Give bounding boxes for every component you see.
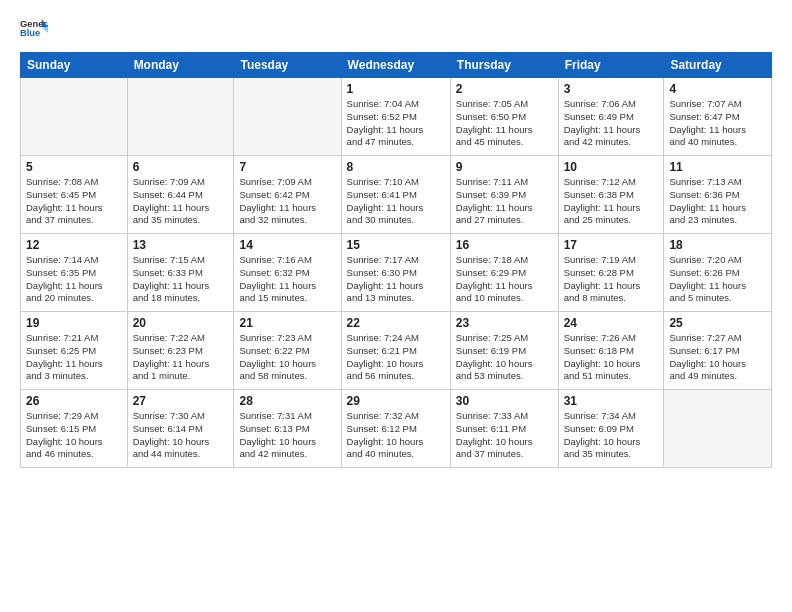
- day-info: Sunrise: 7:33 AM Sunset: 6:11 PM Dayligh…: [456, 410, 553, 461]
- calendar-day-3: 3Sunrise: 7:06 AM Sunset: 6:49 PM Daylig…: [558, 78, 664, 156]
- calendar-day-empty: [234, 78, 341, 156]
- day-number: 31: [564, 394, 659, 408]
- day-number: 28: [239, 394, 335, 408]
- day-info: Sunrise: 7:06 AM Sunset: 6:49 PM Dayligh…: [564, 98, 659, 149]
- day-number: 26: [26, 394, 122, 408]
- weekday-header-sunday: Sunday: [21, 53, 128, 78]
- calendar-day-16: 16Sunrise: 7:18 AM Sunset: 6:29 PM Dayli…: [450, 234, 558, 312]
- day-number: 16: [456, 238, 553, 252]
- day-number: 1: [347, 82, 445, 96]
- day-number: 23: [456, 316, 553, 330]
- calendar-day-25: 25Sunrise: 7:27 AM Sunset: 6:17 PM Dayli…: [664, 312, 772, 390]
- day-number: 27: [133, 394, 229, 408]
- calendar-week-row: 26Sunrise: 7:29 AM Sunset: 6:15 PM Dayli…: [21, 390, 772, 468]
- day-info: Sunrise: 7:09 AM Sunset: 6:44 PM Dayligh…: [133, 176, 229, 227]
- page-container: General Blue SundayMondayTuesdayWednesda…: [0, 0, 792, 478]
- day-number: 4: [669, 82, 766, 96]
- calendar-week-row: 5Sunrise: 7:08 AM Sunset: 6:45 PM Daylig…: [21, 156, 772, 234]
- day-info: Sunrise: 7:34 AM Sunset: 6:09 PM Dayligh…: [564, 410, 659, 461]
- calendar-day-14: 14Sunrise: 7:16 AM Sunset: 6:32 PM Dayli…: [234, 234, 341, 312]
- weekday-header-tuesday: Tuesday: [234, 53, 341, 78]
- day-info: Sunrise: 7:18 AM Sunset: 6:29 PM Dayligh…: [456, 254, 553, 305]
- day-number: 30: [456, 394, 553, 408]
- day-number: 15: [347, 238, 445, 252]
- calendar-week-row: 12Sunrise: 7:14 AM Sunset: 6:35 PM Dayli…: [21, 234, 772, 312]
- weekday-header-wednesday: Wednesday: [341, 53, 450, 78]
- day-info: Sunrise: 7:31 AM Sunset: 6:13 PM Dayligh…: [239, 410, 335, 461]
- day-number: 17: [564, 238, 659, 252]
- day-number: 9: [456, 160, 553, 174]
- day-info: Sunrise: 7:05 AM Sunset: 6:50 PM Dayligh…: [456, 98, 553, 149]
- calendar-day-8: 8Sunrise: 7:10 AM Sunset: 6:41 PM Daylig…: [341, 156, 450, 234]
- day-number: 24: [564, 316, 659, 330]
- day-info: Sunrise: 7:20 AM Sunset: 6:26 PM Dayligh…: [669, 254, 766, 305]
- day-info: Sunrise: 7:32 AM Sunset: 6:12 PM Dayligh…: [347, 410, 445, 461]
- day-number: 18: [669, 238, 766, 252]
- weekday-header-friday: Friday: [558, 53, 664, 78]
- day-info: Sunrise: 7:22 AM Sunset: 6:23 PM Dayligh…: [133, 332, 229, 383]
- day-number: 14: [239, 238, 335, 252]
- calendar-day-21: 21Sunrise: 7:23 AM Sunset: 6:22 PM Dayli…: [234, 312, 341, 390]
- day-info: Sunrise: 7:17 AM Sunset: 6:30 PM Dayligh…: [347, 254, 445, 305]
- day-info: Sunrise: 7:13 AM Sunset: 6:36 PM Dayligh…: [669, 176, 766, 227]
- svg-marker-3: [42, 27, 48, 33]
- day-info: Sunrise: 7:08 AM Sunset: 6:45 PM Dayligh…: [26, 176, 122, 227]
- calendar-day-29: 29Sunrise: 7:32 AM Sunset: 6:12 PM Dayli…: [341, 390, 450, 468]
- calendar-day-10: 10Sunrise: 7:12 AM Sunset: 6:38 PM Dayli…: [558, 156, 664, 234]
- calendar-day-empty: [21, 78, 128, 156]
- calendar-day-17: 17Sunrise: 7:19 AM Sunset: 6:28 PM Dayli…: [558, 234, 664, 312]
- day-number: 3: [564, 82, 659, 96]
- day-info: Sunrise: 7:30 AM Sunset: 6:14 PM Dayligh…: [133, 410, 229, 461]
- day-info: Sunrise: 7:16 AM Sunset: 6:32 PM Dayligh…: [239, 254, 335, 305]
- logo-icon: General Blue: [20, 16, 48, 44]
- calendar-day-19: 19Sunrise: 7:21 AM Sunset: 6:25 PM Dayli…: [21, 312, 128, 390]
- logo: General Blue: [20, 16, 48, 44]
- calendar-day-empty: [127, 78, 234, 156]
- calendar-day-5: 5Sunrise: 7:08 AM Sunset: 6:45 PM Daylig…: [21, 156, 128, 234]
- calendar-day-27: 27Sunrise: 7:30 AM Sunset: 6:14 PM Dayli…: [127, 390, 234, 468]
- day-number: 2: [456, 82, 553, 96]
- day-number: 10: [564, 160, 659, 174]
- day-number: 6: [133, 160, 229, 174]
- calendar-day-empty: [664, 390, 772, 468]
- calendar-day-28: 28Sunrise: 7:31 AM Sunset: 6:13 PM Dayli…: [234, 390, 341, 468]
- day-number: 8: [347, 160, 445, 174]
- day-info: Sunrise: 7:09 AM Sunset: 6:42 PM Dayligh…: [239, 176, 335, 227]
- calendar-day-15: 15Sunrise: 7:17 AM Sunset: 6:30 PM Dayli…: [341, 234, 450, 312]
- calendar-day-12: 12Sunrise: 7:14 AM Sunset: 6:35 PM Dayli…: [21, 234, 128, 312]
- calendar-day-11: 11Sunrise: 7:13 AM Sunset: 6:36 PM Dayli…: [664, 156, 772, 234]
- calendar-day-2: 2Sunrise: 7:05 AM Sunset: 6:50 PM Daylig…: [450, 78, 558, 156]
- day-info: Sunrise: 7:23 AM Sunset: 6:22 PM Dayligh…: [239, 332, 335, 383]
- calendar-day-31: 31Sunrise: 7:34 AM Sunset: 6:09 PM Dayli…: [558, 390, 664, 468]
- day-number: 12: [26, 238, 122, 252]
- day-info: Sunrise: 7:21 AM Sunset: 6:25 PM Dayligh…: [26, 332, 122, 383]
- calendar-week-row: 1Sunrise: 7:04 AM Sunset: 6:52 PM Daylig…: [21, 78, 772, 156]
- day-number: 29: [347, 394, 445, 408]
- calendar-day-13: 13Sunrise: 7:15 AM Sunset: 6:33 PM Dayli…: [127, 234, 234, 312]
- day-number: 7: [239, 160, 335, 174]
- day-number: 21: [239, 316, 335, 330]
- day-info: Sunrise: 7:26 AM Sunset: 6:18 PM Dayligh…: [564, 332, 659, 383]
- weekday-header-thursday: Thursday: [450, 53, 558, 78]
- calendar-day-1: 1Sunrise: 7:04 AM Sunset: 6:52 PM Daylig…: [341, 78, 450, 156]
- day-info: Sunrise: 7:07 AM Sunset: 6:47 PM Dayligh…: [669, 98, 766, 149]
- day-number: 22: [347, 316, 445, 330]
- day-number: 11: [669, 160, 766, 174]
- svg-text:Blue: Blue: [20, 28, 40, 38]
- day-number: 5: [26, 160, 122, 174]
- day-info: Sunrise: 7:29 AM Sunset: 6:15 PM Dayligh…: [26, 410, 122, 461]
- calendar-day-18: 18Sunrise: 7:20 AM Sunset: 6:26 PM Dayli…: [664, 234, 772, 312]
- day-info: Sunrise: 7:25 AM Sunset: 6:19 PM Dayligh…: [456, 332, 553, 383]
- day-info: Sunrise: 7:12 AM Sunset: 6:38 PM Dayligh…: [564, 176, 659, 227]
- day-info: Sunrise: 7:24 AM Sunset: 6:21 PM Dayligh…: [347, 332, 445, 383]
- calendar-day-20: 20Sunrise: 7:22 AM Sunset: 6:23 PM Dayli…: [127, 312, 234, 390]
- calendar-day-26: 26Sunrise: 7:29 AM Sunset: 6:15 PM Dayli…: [21, 390, 128, 468]
- day-info: Sunrise: 7:15 AM Sunset: 6:33 PM Dayligh…: [133, 254, 229, 305]
- weekday-header-monday: Monday: [127, 53, 234, 78]
- calendar-day-6: 6Sunrise: 7:09 AM Sunset: 6:44 PM Daylig…: [127, 156, 234, 234]
- day-info: Sunrise: 7:19 AM Sunset: 6:28 PM Dayligh…: [564, 254, 659, 305]
- day-number: 19: [26, 316, 122, 330]
- calendar-day-4: 4Sunrise: 7:07 AM Sunset: 6:47 PM Daylig…: [664, 78, 772, 156]
- calendar-day-22: 22Sunrise: 7:24 AM Sunset: 6:21 PM Dayli…: [341, 312, 450, 390]
- weekday-header-row: SundayMondayTuesdayWednesdayThursdayFrid…: [21, 53, 772, 78]
